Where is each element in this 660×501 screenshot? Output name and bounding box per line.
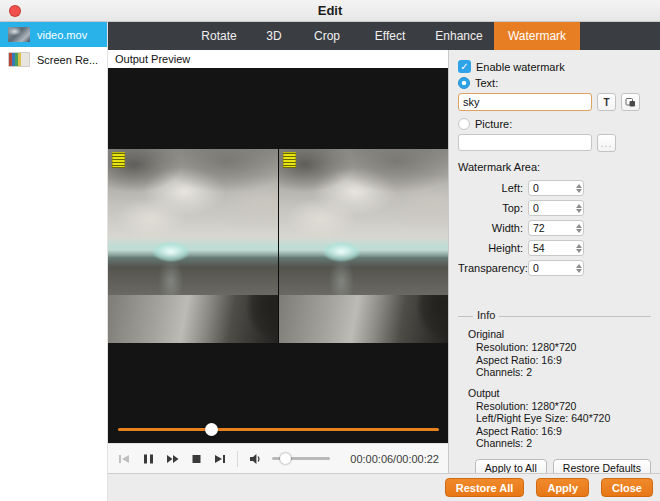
tab-rotate[interactable]: Rotate — [188, 22, 250, 50]
top-spinner[interactable]: 0 — [528, 200, 584, 216]
restore-all-button[interactable]: Restore All — [445, 478, 525, 497]
info-legend: Info — [473, 309, 499, 321]
info-group: Info Original Resolution: 1280*720 Aspec… — [458, 316, 651, 450]
picture-radio-label: Picture: — [475, 118, 512, 130]
tab-crop[interactable]: Crop — [298, 22, 356, 50]
volume-knob[interactable] — [280, 453, 291, 464]
stepper-icon[interactable] — [576, 224, 582, 233]
width-spinner[interactable]: 72 — [528, 220, 584, 236]
window-titlebar: Edit — [0, 0, 660, 22]
width-field-row: Width: 72 — [458, 220, 651, 236]
watermark-area-label: Watermark Area: — [458, 161, 651, 173]
watermark-overlay — [283, 152, 296, 168]
close-window-icon[interactable] — [9, 5, 21, 17]
width-value: 72 — [533, 222, 545, 234]
output-aspect-ratio: Aspect Ratio: 16:9 — [476, 425, 651, 438]
width-label: Width: — [458, 222, 528, 234]
output-eye-size: Left/Right Eye Size: 640*720 — [476, 412, 651, 425]
output-preview-label: Output Preview — [108, 50, 448, 68]
close-button[interactable]: Close — [601, 478, 653, 497]
tab-3d[interactable]: 3D — [250, 22, 298, 50]
output-title: Output — [468, 387, 651, 399]
text-option-row: Text: — [458, 77, 651, 89]
seek-slider[interactable] — [118, 423, 439, 436]
next-frame-button[interactable] — [213, 451, 227, 467]
volume-button[interactable] — [248, 451, 262, 467]
transparency-field-row: Transparency: 0 — [458, 260, 651, 276]
picture-option-row: Picture: — [458, 118, 651, 130]
left-eye-frame — [108, 149, 278, 343]
output-channels: Channels: 2 — [476, 437, 651, 450]
pause-button[interactable] — [141, 451, 155, 467]
left-spinner[interactable]: 0 — [528, 180, 584, 196]
height-spinner[interactable]: 54 — [528, 240, 584, 256]
tab-watermark[interactable]: Watermark — [494, 22, 580, 50]
time-display: 00:00:06/00:00:22 — [340, 453, 439, 465]
stop-button[interactable] — [189, 451, 203, 467]
output-resolution: Resolution: 1280*720 — [476, 400, 651, 413]
video-preview-screen — [108, 68, 448, 443]
enable-watermark-checkbox[interactable]: ✓ — [458, 60, 471, 73]
skip-forward-icon — [214, 453, 226, 465]
original-aspect-ratio: Aspect Ratio: 16:9 — [476, 354, 651, 367]
seek-track[interactable] — [118, 428, 439, 431]
sidebar-item-video[interactable]: video.mov — [0, 22, 107, 47]
height-field-row: Height: 54 — [458, 240, 651, 256]
text-input-row: T — [458, 93, 651, 111]
top-field-row: Top: 0 — [458, 200, 651, 216]
divider — [237, 451, 238, 467]
picture-radio[interactable] — [458, 118, 470, 130]
color-button[interactable] — [621, 93, 640, 111]
browse-picture-button[interactable]: ... — [597, 134, 616, 152]
speaker-icon — [249, 453, 262, 465]
stepper-icon[interactable] — [576, 184, 582, 193]
stereo-video-frames — [108, 149, 448, 343]
volume-slider[interactable] — [272, 457, 330, 460]
stepper-icon[interactable] — [576, 204, 582, 213]
height-value: 54 — [533, 242, 545, 254]
sidebar-item-label: video.mov — [37, 29, 87, 41]
fast-forward-button[interactable] — [165, 451, 179, 467]
top-value: 0 — [533, 202, 539, 214]
watermark-picture-input[interactable] — [458, 134, 592, 151]
skip-back-icon — [118, 453, 130, 465]
window-title: Edit — [318, 3, 343, 18]
picture-input-row: ... — [458, 134, 651, 152]
watermark-text-input[interactable] — [458, 93, 592, 111]
font-button[interactable]: T — [597, 93, 616, 111]
stepper-icon[interactable] — [576, 264, 582, 273]
seek-knob[interactable] — [205, 423, 218, 436]
sidebar-item-label: Screen Re... — [37, 54, 98, 66]
transparency-value: 0 — [533, 262, 539, 274]
original-resolution: Resolution: 1280*720 — [476, 341, 651, 354]
pause-icon — [143, 453, 154, 465]
stop-icon — [191, 453, 202, 465]
fast-forward-icon — [166, 453, 179, 465]
left-value: 0 — [533, 182, 539, 194]
watermark-panel: ✓ Enable watermark Text: T — [448, 50, 660, 473]
overlapping-squares-icon — [625, 97, 636, 108]
transport-bar: 00:00:06/00:00:22 — [108, 443, 448, 473]
top-label: Top: — [458, 202, 528, 214]
left-field-row: Left: 0 — [458, 180, 651, 196]
enable-watermark-row: ✓ Enable watermark — [458, 60, 651, 73]
media-list-sidebar: video.mov Screen Re... — [0, 22, 108, 501]
tab-enhance[interactable]: Enhance — [424, 22, 494, 50]
enable-watermark-label: Enable watermark — [476, 61, 565, 73]
screen-recording-thumbnail — [8, 52, 30, 67]
text-radio[interactable] — [458, 77, 470, 89]
sidebar-item-screen-recording[interactable]: Screen Re... — [0, 47, 107, 72]
stepper-icon[interactable] — [576, 244, 582, 253]
edit-tabbar: Rotate 3D Crop Effect Enhance Watermark — [108, 22, 660, 50]
transparency-label: Transparency: — [458, 262, 528, 274]
watermark-overlay — [112, 152, 125, 168]
video-thumbnail — [8, 27, 30, 42]
tab-effect[interactable]: Effect — [356, 22, 424, 50]
apply-button[interactable]: Apply — [536, 478, 589, 497]
right-eye-frame — [278, 149, 449, 343]
text-radio-label: Text: — [475, 77, 498, 89]
previous-frame-button[interactable] — [117, 451, 131, 467]
left-label: Left: — [458, 182, 528, 194]
transparency-spinner[interactable]: 0 — [528, 260, 584, 276]
original-channels: Channels: 2 — [476, 366, 651, 379]
